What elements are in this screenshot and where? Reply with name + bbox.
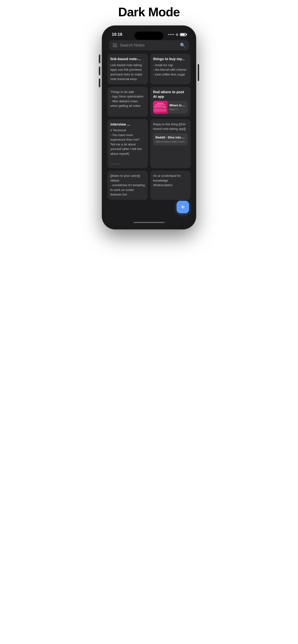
link-url: https://...	[169, 108, 186, 111]
link-thumbnail: Premium Directories To Post Your AI App	[153, 101, 168, 114]
link-thumbnail-lines	[154, 108, 167, 112]
note-title: interview ...	[110, 122, 145, 127]
status-time: 10:18	[112, 32, 122, 37]
reddit-url: https://www.reddit.com/r/...	[156, 140, 185, 143]
note-title: things to buy my...	[153, 56, 188, 61]
notes-grid: link-based note-... Link based note-taki…	[105, 54, 193, 219]
reddit-title: Reddit - Dive into ...	[156, 136, 185, 140]
phone-frame: 10:18 ⊛	[102, 26, 196, 229]
home-indicator	[105, 219, 193, 226]
phone-screen: 10:18 ⊛	[105, 29, 193, 226]
menu-line-1	[113, 44, 117, 44]
list-item[interactable]: find where to post AI app Premium Direct…	[150, 87, 191, 117]
menu-line-3	[113, 46, 117, 47]
search-placeholder[interactable]: Search Notes	[120, 43, 177, 48]
note-body: [[listen to your users]] #tiktok- someti…	[110, 174, 145, 197]
list-item[interactable]: link-based note-... Link based note-taki…	[107, 54, 148, 84]
note-body: Reply to this thing [[link-based note-ta…	[153, 122, 188, 131]
menu-icon[interactable]	[113, 44, 117, 47]
scroll-area[interactable]: link-based note-... Link based note-taki…	[105, 54, 193, 219]
page-title: Dark Mode	[118, 5, 180, 19]
note-title: link-based note-...	[110, 56, 145, 61]
menu-line-2	[113, 45, 117, 46]
page-wrapper: Dark Mode 10:18 ⊛	[99, 5, 199, 229]
link-info: Where to ... https://...	[169, 103, 188, 112]
link-preview[interactable]: Premium Directories To Post Your AI App …	[153, 101, 188, 114]
signal-dot-1	[168, 34, 169, 35]
note-body: Things to do add:- App Store optimizatio…	[110, 90, 145, 108]
list-item[interactable]: things to buy my... - small ice cap- tea…	[150, 54, 191, 84]
link-thumbnail-line	[154, 110, 167, 110]
status-icons: ⊛	[168, 32, 186, 36]
list-item[interactable]: [[listen to your users]] #tiktok- someti…	[107, 170, 148, 200]
link-thumbnail-line	[154, 110, 167, 111]
add-note-button[interactable]: +	[177, 201, 189, 213]
battery-icon	[180, 33, 186, 36]
note-body: Link based note-taking apps use link pre…	[110, 63, 145, 82]
link-title: Where to ...	[169, 104, 186, 108]
reddit-preview[interactable]: Reddit - Dive into ... https://www.reddi…	[153, 133, 188, 146]
wifi-icon: ⊛	[176, 32, 179, 36]
list-item[interactable]: Things to do add:- App Store optimizatio…	[107, 87, 148, 117]
link-thumbnail-line	[154, 111, 167, 112]
home-bar	[133, 222, 165, 223]
list-item[interactable]: interview ... # Technical- You have more…	[107, 119, 148, 168]
link-thumbnail-line	[154, 109, 167, 109]
search-bar[interactable]: Search Notes 🔍	[109, 40, 189, 50]
note-body: - small ice cap- tea biscuit with cheese…	[153, 63, 188, 77]
signal-dot-4	[173, 34, 174, 35]
list-item[interactable]: An ai scratchpad for knowledge #fndescri…	[150, 170, 191, 200]
link-thumbnail-text: Premium Directories To Post Your AI App	[154, 102, 167, 108]
note-body: An ai scratchpad for knowledge #fndescri…	[153, 174, 188, 188]
signal-icon	[168, 34, 174, 35]
search-icon[interactable]: 🔍	[180, 43, 185, 48]
status-bar: 10:18 ⊛	[105, 29, 193, 38]
dynamic-island	[135, 32, 163, 40]
signal-dot-3	[172, 34, 173, 35]
note-body: # Technical- You have more experience th…	[110, 128, 145, 165]
signal-dot-2	[170, 34, 171, 35]
note-title: find where to post AI app	[153, 90, 188, 99]
search-bar-wrap: Search Notes 🔍	[105, 38, 193, 54]
battery-fill	[181, 34, 185, 36]
list-item[interactable]: Reply to this thing [[link-based note-ta…	[150, 119, 191, 168]
